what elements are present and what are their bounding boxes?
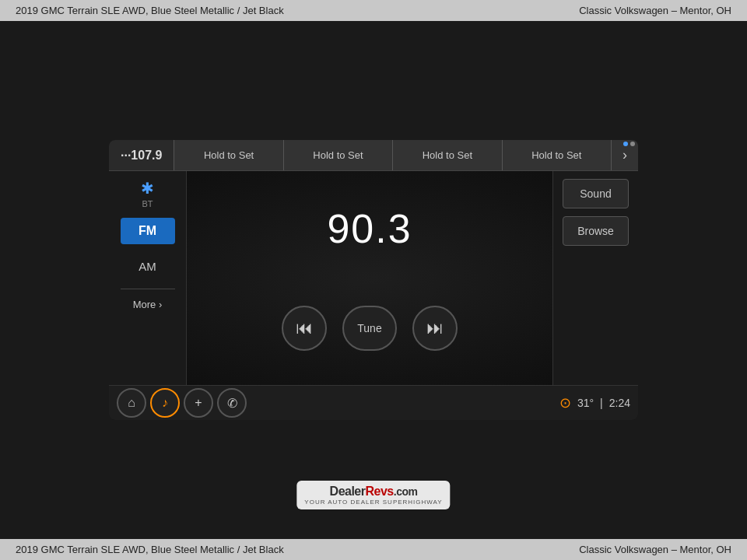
bottom-bar: 2019 GMC Terrain SLE AWD, Blue Steel Met… bbox=[0, 539, 747, 560]
dealer-logo-text: DealerRevs.com bbox=[330, 484, 418, 499]
preset-bar: ···107.9 Hold to Set Hold to Set Hold to… bbox=[109, 140, 638, 171]
domain-text: .com bbox=[394, 485, 418, 498]
content-area: ✱ BT FM AM More › 90.3 ⏮ Tune ⏭ bbox=[109, 171, 638, 385]
phone-icon: ✆ bbox=[227, 396, 237, 411]
bt-label: BT bbox=[142, 199, 153, 208]
main-area: ···107.9 Hold to Set Hold to Set Hold to… bbox=[0, 23, 747, 537]
phone-button[interactable]: ✆ bbox=[217, 388, 247, 418]
dot-1 bbox=[623, 142, 628, 146]
chevron-right-icon: › bbox=[622, 147, 627, 163]
dealer-text: Dealer bbox=[330, 485, 366, 498]
current-frequency: ···107.9 bbox=[109, 149, 174, 163]
top-bar-right: Classic Volkswagen – Mentor, OH bbox=[579, 5, 731, 16]
separator bbox=[121, 289, 175, 289]
nav-bar: ⌂ ♪ + ✆ ⊙ 31° | 2:24 bbox=[109, 385, 638, 420]
center-area: 90.3 ⏮ Tune ⏭ bbox=[187, 171, 552, 385]
playback-controls: ⏮ Tune ⏭ bbox=[282, 306, 458, 351]
previous-button[interactable]: ⏮ bbox=[282, 306, 327, 351]
am-button[interactable]: AM bbox=[121, 254, 175, 279]
more-button[interactable]: More › bbox=[133, 299, 163, 310]
preset-2-button[interactable]: Hold to Set bbox=[283, 140, 392, 170]
home-icon: ⌂ bbox=[128, 396, 135, 410]
add-button[interactable]: + bbox=[184, 388, 213, 418]
preset-3-button[interactable]: Hold to Set bbox=[392, 140, 501, 170]
separator-bar: | bbox=[600, 397, 603, 409]
left-sidebar: ✱ BT FM AM More › bbox=[109, 171, 187, 385]
temperature-display: 31° bbox=[577, 397, 594, 409]
top-bar-left: 2019 GMC Terrain SLE AWD, Blue Steel Met… bbox=[16, 5, 284, 16]
dealer-watermark: DealerRevs.com Your Auto Dealer SuperHig… bbox=[296, 481, 450, 509]
browse-button[interactable]: Browse bbox=[563, 216, 629, 246]
skip-forward-icon: ⏭ bbox=[426, 318, 444, 338]
nav-icons-left: ⌂ ♪ + ✆ bbox=[117, 388, 247, 418]
location-icon: ⊙ bbox=[559, 394, 571, 411]
top-bar: 2019 GMC Terrain SLE AWD, Blue Steel Met… bbox=[0, 0, 747, 21]
bluetooth-icon: ✱ bbox=[141, 179, 154, 198]
home-button[interactable]: ⌂ bbox=[117, 388, 146, 418]
station-frequency: 90.3 bbox=[327, 205, 412, 252]
sound-button[interactable]: Sound bbox=[563, 179, 629, 208]
dealer-logo-subtitle: Your Auto Dealer SuperHighway bbox=[304, 499, 442, 506]
tune-button[interactable]: Tune bbox=[342, 306, 397, 351]
preset-1-button[interactable]: Hold to Set bbox=[174, 140, 282, 170]
page-indicator bbox=[623, 142, 635, 146]
music-button[interactable]: ♪ bbox=[150, 388, 180, 418]
time-display: 2:24 bbox=[609, 397, 630, 409]
add-icon: + bbox=[195, 396, 202, 410]
fm-button[interactable]: FM bbox=[121, 218, 175, 244]
revs-text: Revs bbox=[365, 485, 393, 498]
bottom-bar-left: 2019 GMC Terrain SLE AWD, Blue Steel Met… bbox=[16, 544, 284, 555]
right-sidebar: Sound Browse bbox=[552, 171, 638, 385]
music-icon: ♪ bbox=[162, 396, 168, 410]
preset-4-button[interactable]: Hold to Set bbox=[502, 140, 611, 170]
dealer-logo: DealerRevs.com Your Auto Dealer SuperHig… bbox=[296, 481, 450, 509]
nav-right-info: ⊙ 31° | 2:24 bbox=[559, 394, 630, 411]
next-button[interactable]: ⏭ bbox=[412, 306, 458, 351]
infotainment-screen: ···107.9 Hold to Set Hold to Set Hold to… bbox=[109, 140, 638, 420]
skip-back-icon: ⏮ bbox=[296, 318, 313, 338]
bottom-bar-right: Classic Volkswagen – Mentor, OH bbox=[579, 544, 731, 555]
dot-2 bbox=[630, 142, 635, 146]
